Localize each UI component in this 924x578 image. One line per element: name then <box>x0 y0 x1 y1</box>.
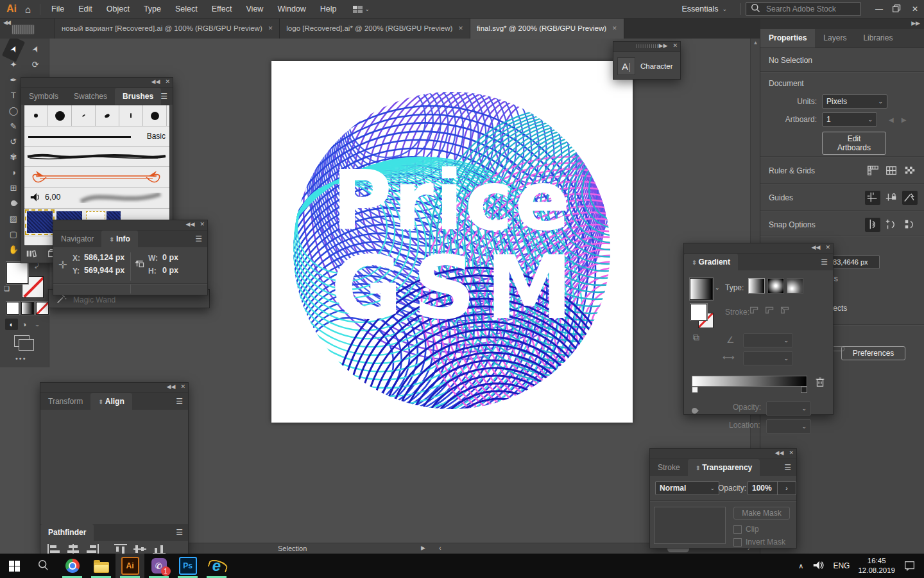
ruler-icon[interactable] <box>865 164 880 178</box>
stroke-across-icon[interactable] <box>779 304 792 317</box>
gradient-mode-button[interactable] <box>21 302 34 315</box>
arrange-documents-button[interactable]: ⌄ <box>353 6 370 13</box>
close-icon[interactable]: ✕ <box>672 42 678 49</box>
status-expand-icon[interactable]: ▶ <box>421 545 425 551</box>
tab-symbols[interactable]: Symbols <box>21 88 66 105</box>
lock-guides-icon[interactable] <box>884 191 899 205</box>
gradient-slider[interactable] <box>692 376 807 387</box>
linear-gradient-button[interactable] <box>748 278 765 293</box>
reverse-gradient-icon[interactable]: ⧉ <box>693 332 699 343</box>
language-indicator[interactable]: ENG <box>833 561 850 570</box>
panel-header[interactable]: ◀◀✕ <box>53 220 207 231</box>
collapse-icon[interactable]: ◀◀ <box>151 78 160 85</box>
tab-transparency[interactable]: ⇕Transparency <box>688 459 760 476</box>
color-mode-button[interactable] <box>6 302 19 315</box>
calligraphic-brush-2[interactable] <box>48 105 72 126</box>
expand-icon[interactable]: ▶▶ <box>659 42 668 49</box>
calligraphic-brush-3[interactable] <box>72 105 96 126</box>
drag-handle[interactable] <box>12 24 35 35</box>
radial-gradient-button[interactable] <box>767 278 784 293</box>
freeform-gradient-button[interactable] <box>787 278 803 293</box>
tab-navigator[interactable]: Navigator <box>53 231 101 247</box>
blend-mode-select[interactable]: Normal⌄ <box>655 481 719 495</box>
close-icon[interactable]: ✕ <box>789 450 794 456</box>
tab-brushes[interactable]: Brushes <box>115 88 161 105</box>
clock[interactable]: 16:45 12.08.2019 <box>858 556 895 575</box>
tab-layers[interactable]: Layers <box>815 29 855 48</box>
preferences-button[interactable]: Preferences <box>841 346 905 360</box>
close-tab-icon[interactable]: ✕ <box>612 25 617 31</box>
draw-inside-button[interactable]: ◒ <box>31 319 44 330</box>
document-tab-2[interactable]: logo [Recovered].ai* @ 200% (RGB/GPU Pre… <box>280 18 470 39</box>
close-tab-icon[interactable]: ✕ <box>458 25 463 31</box>
character-icon[interactable]: A| <box>617 57 635 75</box>
taskbar-chrome[interactable] <box>58 554 87 578</box>
basic-brush-row[interactable]: Basic <box>24 127 169 147</box>
adobe-stock-search-input[interactable]: Search Adobe Stock <box>746 2 861 16</box>
collapse-icon[interactable]: ◀◀ <box>167 383 176 390</box>
panel-menu-icon[interactable]: ☰ <box>160 92 167 101</box>
panel-header[interactable]: ◀◀✕ <box>650 449 796 459</box>
artboard[interactable]: Price GSM <box>271 61 633 423</box>
volume-icon[interactable] <box>812 559 825 572</box>
calligraphic-brush-4[interactable] <box>96 105 119 126</box>
gradient-eyedropper-icon[interactable] <box>692 407 697 416</box>
edit-toolbar-icon[interactable]: ••• <box>15 355 27 362</box>
taskbar-illustrator[interactable]: Ai <box>116 554 144 578</box>
workspace-switcher[interactable]: Essentials ⌄ <box>674 4 735 13</box>
panel-menu-icon[interactable]: ☰ <box>821 258 828 267</box>
restore-button[interactable] <box>888 1 906 17</box>
collapse-icon[interactable]: ◀◀ <box>3 19 10 26</box>
close-icon[interactable]: ✕ <box>825 244 830 250</box>
clip-checkbox[interactable]: Clip <box>733 525 759 534</box>
show-guides-icon[interactable] <box>865 191 880 205</box>
document-tab-1[interactable]: новый вариант [Recovered].ai @ 100% (RGB… <box>55 18 280 39</box>
prev-artboard-icon[interactable]: ◀ <box>889 116 894 123</box>
menu-type[interactable]: Type <box>137 4 168 13</box>
grid-icon[interactable] <box>884 164 899 178</box>
panel-menu-icon[interactable]: ☰ <box>176 397 183 406</box>
tab-info[interactable]: ⇕Info <box>101 231 138 247</box>
sound-art-brush-row[interactable]: 6,00 <box>24 188 169 209</box>
taskbar-ie[interactable]: e <box>202 554 231 578</box>
collapse-icon[interactable]: ◀◀ <box>186 221 195 227</box>
action-center-icon[interactable] <box>903 559 916 572</box>
panel-header[interactable]: ◀◀✕ <box>40 383 188 393</box>
menu-select[interactable]: Select <box>168 4 205 13</box>
invert-mask-checkbox[interactable]: Invert Mask <box>733 538 785 547</box>
menu-effect[interactable]: Effect <box>205 4 239 13</box>
minimize-button[interactable]: — <box>870 1 888 17</box>
chevron-down-icon[interactable]: ⌄ <box>715 285 720 291</box>
calligraphic-brush-5[interactable] <box>119 105 143 126</box>
calligraphic-brush-1[interactable] <box>24 105 48 126</box>
menu-view[interactable]: View <box>239 4 271 13</box>
close-icon[interactable]: ✕ <box>200 221 205 227</box>
close-button[interactable]: ✕ <box>906 1 924 17</box>
collapse-dock-icon[interactable]: ▶▶ <box>911 20 920 26</box>
menu-help[interactable]: Help <box>313 4 344 13</box>
gradient-stop-left[interactable] <box>692 387 698 393</box>
screen-mode-button[interactable] <box>14 335 30 347</box>
none-mode-button[interactable] <box>36 302 49 315</box>
arrow-brush-row[interactable] <box>24 167 169 188</box>
units-select[interactable]: Pixels⌄ <box>822 94 887 109</box>
taskbar-search-button[interactable] <box>29 554 58 578</box>
tab-align[interactable]: ⇕Align <box>90 393 132 410</box>
charcoal-brush-row[interactable] <box>24 147 169 167</box>
stroke-within-icon[interactable] <box>748 304 761 317</box>
calligraphic-brush-6[interactable] <box>143 105 167 126</box>
tab-gradient[interactable]: ⇕Gradient <box>684 254 738 270</box>
panel-header[interactable]: ◀◀✕ <box>684 243 833 254</box>
gradient-stop-right[interactable] <box>801 387 807 393</box>
panel-menu-icon[interactable]: ☰ <box>784 463 791 472</box>
artboard-select[interactable]: 1⌄ <box>822 112 877 127</box>
tab-stroke[interactable]: Stroke <box>650 459 688 476</box>
gradient-location-select[interactable]: ⌄ <box>766 419 811 434</box>
taskbar-photoshop[interactable]: Ps <box>173 554 202 578</box>
panel-menu-icon[interactable]: ☰ <box>195 234 202 243</box>
delete-stop-icon[interactable] <box>814 376 826 389</box>
calligraphic-brush-row[interactable] <box>24 105 169 127</box>
gradient-angle-select[interactable]: ⌄ <box>743 333 793 347</box>
panel-menu-icon[interactable]: ☰ <box>176 528 183 537</box>
tab-libraries[interactable]: Libraries <box>855 29 901 48</box>
